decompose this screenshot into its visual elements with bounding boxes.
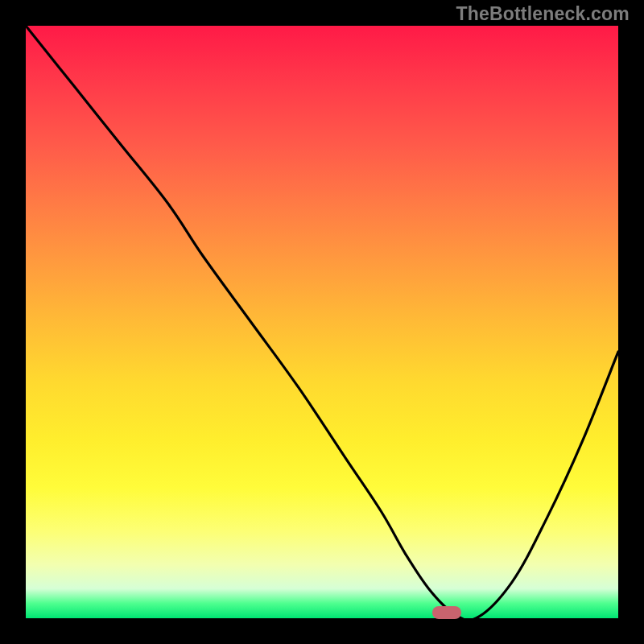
- bottleneck-plot: [26, 26, 618, 618]
- bottleneck-curve-path: [26, 26, 618, 618]
- watermark-text: TheBottleneck.com: [456, 3, 630, 25]
- frame: TheBottleneck.com: [0, 0, 644, 644]
- curve-svg: [26, 26, 618, 618]
- optimal-point-marker: [432, 606, 461, 619]
